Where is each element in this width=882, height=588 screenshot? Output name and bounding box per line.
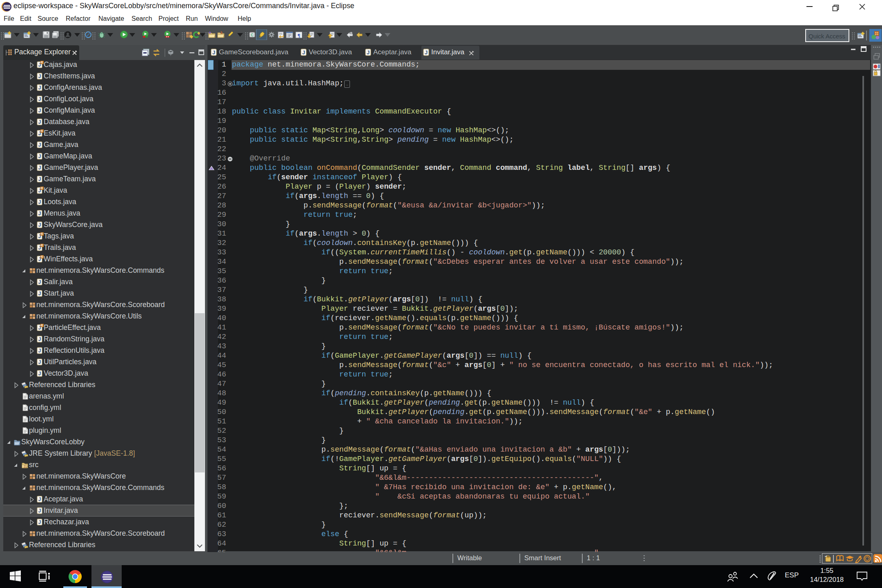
svg-text:C: C: [251, 33, 254, 38]
svg-text:J: J: [38, 119, 41, 125]
svg-text:J: J: [38, 96, 41, 102]
svg-text:¶: ¶: [297, 32, 300, 38]
svg-text:J: J: [212, 49, 215, 56]
svg-text:J: J: [38, 519, 41, 525]
svg-text:J: J: [38, 211, 41, 216]
svg-text:J: J: [38, 359, 41, 365]
svg-text:J: J: [38, 348, 41, 354]
svg-text:J: J: [38, 222, 41, 228]
svg-text:J: J: [38, 291, 41, 296]
svg-text:J: J: [38, 497, 41, 502]
svg-text:J: J: [38, 142, 41, 148]
svg-text:J: J: [38, 199, 41, 205]
svg-text:J: J: [38, 74, 41, 79]
svg-text:J: J: [38, 176, 41, 182]
svg-text:J: J: [302, 49, 305, 56]
svg-text:J: J: [425, 49, 428, 56]
svg-text:J: J: [38, 154, 41, 159]
svg-text:J: J: [38, 165, 41, 171]
svg-text:J: J: [38, 108, 41, 114]
svg-text:J: J: [38, 85, 41, 91]
svg-text:J: J: [367, 49, 370, 56]
svg-text:J: J: [38, 336, 41, 342]
svg-text:J: J: [38, 508, 41, 514]
svg-text:J: J: [38, 371, 41, 376]
svg-text:J: J: [38, 279, 41, 285]
